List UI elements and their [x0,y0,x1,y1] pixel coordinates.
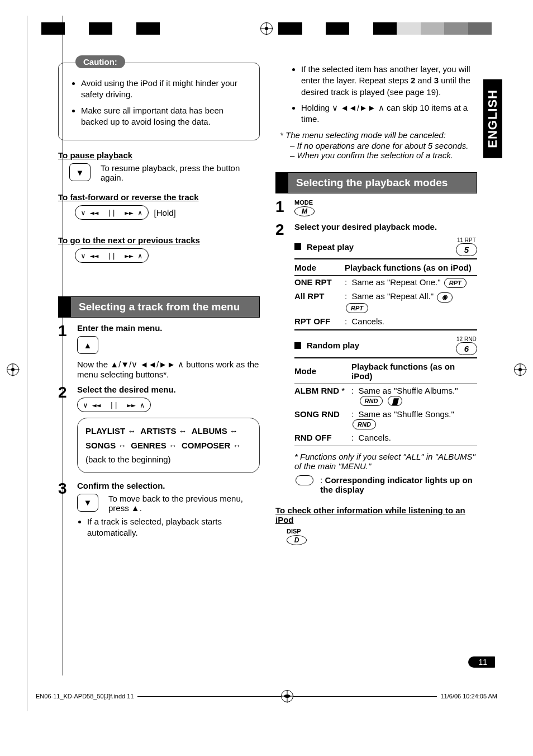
table-row: ALBM RND * : Same as "Shuffle Albums." R… [294,384,477,408]
step-number: 2 [275,222,287,494]
heading-pause: To pause playback [58,150,260,160]
subhead: Random play [307,341,359,350]
list-item: If the selected item has another layer, … [301,64,477,98]
list-item: Holding ∨ ◄◄/►► ∧ can skip 10 items at a… [301,102,477,125]
rpt-indicator-icon: RPT [346,303,368,313]
disc-indicator-icon: ◉ [437,292,453,303]
folder-indicator-icon: ▇ [388,396,402,406]
section-title-bar: Selecting the playback modes [275,172,477,193]
random-mode-table: Mode Playback functions (as on iPod) ALB… [294,357,477,446]
table-row: RND OFF : Cancels. [294,431,477,446]
seek-pill-icon: ∨ ◄◄ || ►► ∧ [75,205,149,220]
down-button-icon: ▼ [69,163,91,181]
table-header: Mode [294,259,345,276]
heading-ffwd: To fast-forward or reverse the track [58,192,260,202]
step-label: Confirm the selection. [77,481,260,490]
footer-left: EN06-11_KD-APD58_50[J]f.indd 11 [32,693,137,700]
hold-label: [Hold] [154,208,176,218]
section-title: Selecting the playback modes [288,173,477,193]
display-indicator: 12 RND 6 [456,336,477,355]
up-button-icon: ▲ [77,336,98,354]
rpt-indicator-icon: RPT [444,278,467,288]
heading-next-prev: To go to the next or previous tracks [58,235,260,245]
mode-button-icon: M [294,206,315,216]
caution-box: Caution: Avoid using the iPod if it migh… [58,63,260,140]
table-row: All RPT : Same as "Repeat All." ◉ RPT [294,290,477,315]
display-indicator: 11 RPT 5 [456,237,477,256]
seek-pill-icon: ∨ ◄◄ || ►► ∧ [77,398,151,412]
step-number: 2 [58,385,69,475]
table-row: SONG RND : Same as "Shuffle Songs." RND [294,408,477,431]
indicator-shape-icon [296,475,313,485]
caution-item: Avoid using the iPod if it might hinder … [81,78,253,101]
step-note: Now the ▲/▼/∨ ◄◄/►► ∧ buttons work as th… [77,360,260,379]
rnd-indicator-icon: RND [360,396,383,406]
menu-chain-box: PLAYLIST↔ ARTISTS↔ ALBUMS↔ SONGS↔ GENRES… [77,418,260,473]
step-label: Enter the main menu. [77,323,260,333]
table-header: Playback functions (as on iPod) [351,358,477,384]
pause-text: To resume playback, press the button aga… [101,163,260,182]
heading-check-info: To check other information while listeni… [275,505,477,525]
page-number: 11 [468,656,495,668]
subhead: Repeat play [307,242,354,252]
section-title-bar: Selecting a track from the menu [58,296,260,318]
repeat-mode-table: Mode Playback functions (as on iPod) ONE… [294,258,477,330]
right-column: If the selected item has another layer, … [275,63,511,545]
caution-badge: Caution: [75,55,125,68]
table-header: Mode [294,358,351,384]
down-button-icon: ▼ [77,494,98,512]
step-number: 1 [58,323,69,379]
table-header: Playback functions (as on iPod) [345,259,477,276]
indicator-note: Corresponding indicator lights up on the… [320,475,473,494]
disp-button-icon: D [287,535,307,545]
rnd-indicator-icon: RND [353,419,376,429]
print-footer: EN06-11_KD-APD58_50[J]f.indd 11 11/6/06 … [32,687,501,706]
disp-label: DISP [287,528,477,535]
step-text: To move back to the previous menu, press… [108,494,260,513]
table-row: RPT OFF : Cancels. [294,315,477,330]
section-title: Selecting a track from the menu [71,297,259,317]
caution-item: Make sure all important data has been ba… [81,105,253,128]
registration-mark-bottom [281,690,293,702]
footnote-item: – If no operations are done for about 5 … [290,141,477,150]
table-row: ONE RPT : Same as "Repeat One." RPT [294,276,477,290]
left-column: Caution: Avoid using the iPod if it migh… [58,63,260,545]
seek-pill-icon: ∨ ◄◄ || ►► ∧ [75,248,149,263]
footnote-item: – When you confirm the selection of a tr… [290,150,477,160]
mode-label: MODE [294,199,477,206]
step-bullet: If a track is selected, playback starts … [87,516,260,539]
step-number: 3 [58,481,69,544]
footnote: * The menu selecting mode will be cancel… [280,130,477,140]
square-bullet-icon [294,243,301,250]
footer-right: 11/6/06 10:24:05 AM [437,693,501,700]
footnote: * Functions only if you select "ALL" in … [294,452,477,471]
square-bullet-icon [294,342,301,349]
step-label: Select the desired menu. [77,385,260,394]
step-number: 1 [275,199,287,216]
step-label: Select your desired playback mode. [294,222,477,231]
